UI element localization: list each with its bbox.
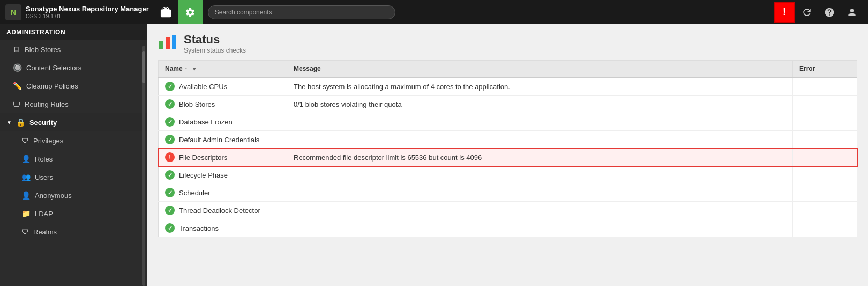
cell-name: ✓ Transactions bbox=[159, 219, 287, 237]
sidebar-item-users[interactable]: 👥 Users bbox=[0, 168, 147, 186]
svg-rect-2 bbox=[172, 35, 176, 49]
row-name-label: File Descriptors bbox=[179, 153, 227, 162]
page-title: Status bbox=[184, 33, 246, 47]
sidebar-item-label: Routing Rules bbox=[25, 100, 69, 108]
table-row: ✓ Blob Stores 0/1 blob stores violating … bbox=[159, 96, 857, 113]
sidebar-scrollbar[interactable] bbox=[142, 46, 145, 286]
sidebar-item-content-selectors[interactable]: 🔘 Content Selectors bbox=[0, 58, 147, 77]
content-selectors-icon: 🔘 bbox=[13, 63, 22, 72]
cell-name: ✓ Default Admin Credentials bbox=[159, 131, 287, 149]
status-ok-icon: ✓ bbox=[165, 223, 175, 233]
sidebar-item-anonymous[interactable]: 👤 Anonymous bbox=[0, 186, 147, 204]
sidebar-item-blob-stores[interactable]: 🖥 Blob Stores bbox=[0, 40, 147, 58]
cleanup-policies-icon: ✏️ bbox=[13, 82, 22, 90]
row-name-label: Blob Stores bbox=[179, 100, 215, 108]
row-name-label: Database Frozen bbox=[179, 118, 233, 126]
users-icon: 👥 bbox=[21, 173, 31, 181]
svg-rect-1 bbox=[166, 37, 170, 49]
sidebar-item-routing-rules[interactable]: 🖵 Routing Rules bbox=[0, 95, 147, 113]
anonymous-icon: 👤 bbox=[21, 191, 31, 200]
refresh-button[interactable] bbox=[796, 2, 818, 23]
table-row: ! File Descriptors Recommended file desc… bbox=[159, 149, 857, 166]
content-area: Status System status checks Name ↑ ▼ Mes… bbox=[147, 24, 868, 286]
cell-name: ✓ Thread Deadlock Detector bbox=[159, 202, 287, 219]
roles-icon: 👤 bbox=[21, 155, 31, 163]
col-header-name: Name ↑ ▼ bbox=[159, 61, 287, 78]
col-header-error: Error bbox=[793, 61, 857, 78]
cell-error bbox=[793, 131, 857, 149]
row-name-label: Default Admin Credentials bbox=[179, 136, 259, 144]
user-button[interactable] bbox=[841, 2, 863, 23]
chevron-down-icon: ▼ bbox=[6, 120, 12, 126]
cell-message bbox=[287, 219, 793, 237]
page-subtitle: System status checks bbox=[184, 47, 246, 54]
main-layout: Administration 🖥 Blob Stores 🔘 Content S… bbox=[0, 24, 868, 286]
cell-error bbox=[793, 202, 857, 219]
sidebar-item-label: LDAP bbox=[35, 210, 53, 218]
page-header: Status System status checks bbox=[147, 24, 868, 60]
admin-nav-button[interactable] bbox=[178, 0, 203, 24]
routing-rules-icon: 🖵 bbox=[13, 100, 20, 108]
cell-message bbox=[287, 166, 793, 184]
table-row: ✓ Thread Deadlock Detector bbox=[159, 202, 857, 219]
status-ok-icon: ✓ bbox=[165, 117, 175, 127]
cell-name: ! File Descriptors bbox=[159, 149, 287, 166]
sidebar-item-security[interactable]: ▼ 🔒 Security bbox=[0, 113, 147, 131]
status-error-icon: ! bbox=[165, 152, 175, 162]
row-name-label: Transactions bbox=[179, 224, 219, 232]
cell-error bbox=[793, 96, 857, 113]
search-input[interactable] bbox=[208, 5, 395, 19]
cell-message: The host system is allocating a maximum … bbox=[287, 77, 793, 96]
sidebar-item-roles[interactable]: 👤 Roles bbox=[0, 150, 147, 168]
status-ok-icon: ✓ bbox=[165, 82, 175, 91]
app-name: Sonatype Nexus Repository Manager bbox=[26, 5, 149, 13]
sidebar-item-ldap[interactable]: 📁 LDAP bbox=[0, 204, 147, 223]
alert-button[interactable]: ! bbox=[774, 2, 795, 23]
row-name-label: Thread Deadlock Detector bbox=[179, 207, 260, 215]
table-row: ✓ Transactions bbox=[159, 219, 857, 237]
ldap-icon: 📁 bbox=[21, 209, 31, 218]
app-title: Sonatype Nexus Repository Manager OSS 3.… bbox=[26, 5, 149, 19]
sort-asc-icon: ↑ bbox=[185, 66, 188, 72]
browse-nav-button[interactable] bbox=[154, 0, 178, 24]
page-header-text: Status System status checks bbox=[184, 33, 246, 54]
status-ok-icon: ✓ bbox=[165, 135, 175, 144]
cell-error bbox=[793, 219, 857, 237]
security-icon: 🔒 bbox=[16, 118, 25, 127]
name-filter-button[interactable]: ▼ bbox=[192, 66, 197, 72]
cell-message bbox=[287, 184, 793, 202]
status-ok-icon: ✓ bbox=[165, 99, 175, 109]
col-header-message: Message bbox=[287, 61, 793, 78]
app-version: OSS 3.19.1-01 bbox=[26, 13, 149, 19]
logo-area: N Sonatype Nexus Repository Manager OSS … bbox=[5, 4, 149, 20]
sidebar-item-privileges[interactable]: 🛡 Privileges bbox=[0, 131, 147, 150]
table-row: ✓ Lifecycle Phase bbox=[159, 166, 857, 184]
row-name-label: Available CPUs bbox=[179, 83, 227, 91]
table-row: ✓ Available CPUs The host system is allo… bbox=[159, 77, 857, 96]
cell-message bbox=[287, 131, 793, 149]
nav-right: ! bbox=[774, 2, 863, 23]
blob-stores-icon: 🖥 bbox=[13, 45, 20, 54]
sidebar-item-label: Content Selectors bbox=[26, 64, 81, 72]
sidebar-section-header: Administration bbox=[0, 24, 147, 40]
cell-error bbox=[793, 184, 857, 202]
table-row: ✓ Database Frozen bbox=[159, 113, 857, 131]
app-logo: N bbox=[5, 4, 21, 20]
sidebar-item-label: Privileges bbox=[33, 137, 63, 145]
sidebar-item-realms[interactable]: 🛡 Realms bbox=[0, 223, 147, 241]
cell-message bbox=[287, 113, 793, 131]
sidebar-item-label: Users bbox=[35, 173, 53, 181]
sidebar-item-label: Roles bbox=[35, 155, 53, 163]
cell-message bbox=[287, 202, 793, 219]
cell-name: ✓ Lifecycle Phase bbox=[159, 166, 287, 184]
realms-icon: 🛡 bbox=[21, 228, 29, 236]
cell-error bbox=[793, 166, 857, 184]
search-bar bbox=[208, 5, 768, 19]
cell-name: ✓ Scheduler bbox=[159, 184, 287, 202]
cell-error bbox=[793, 113, 857, 131]
svg-rect-0 bbox=[159, 41, 163, 49]
sidebar-item-cleanup-policies[interactable]: ✏️ Cleanup Policies bbox=[0, 77, 147, 95]
sidebar-item-label: Blob Stores bbox=[25, 46, 61, 54]
help-button[interactable] bbox=[819, 2, 840, 23]
row-name-label: Scheduler bbox=[179, 189, 211, 197]
